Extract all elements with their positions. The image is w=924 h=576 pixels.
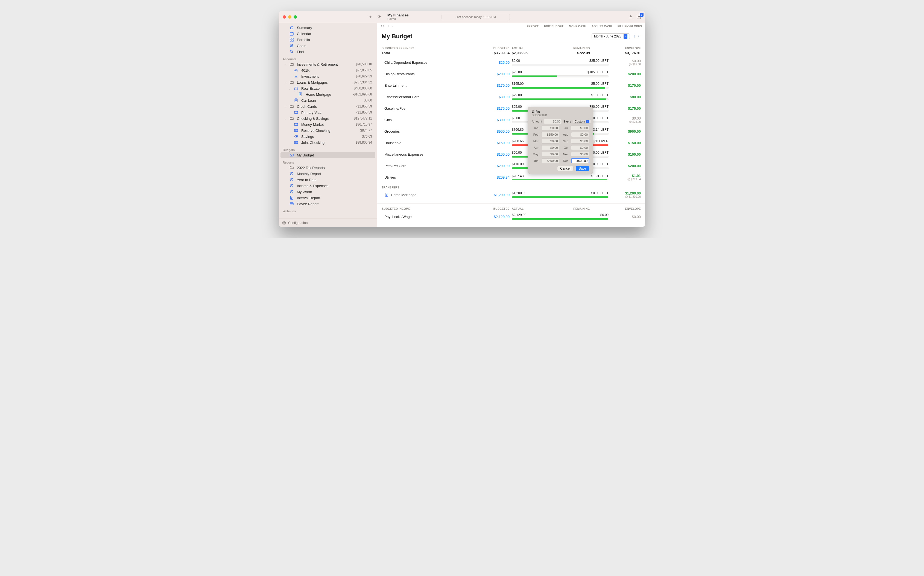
- sidebar-nav-portfolio[interactable]: Portfolio: [281, 37, 375, 43]
- category-name[interactable]: Gasoline/Fuel: [381, 106, 475, 110]
- chevron-icon[interactable]: ⌄: [284, 105, 287, 108]
- month-input-jul[interactable]: [571, 126, 589, 130]
- frequency-selector[interactable]: Custom ⌄: [573, 119, 591, 124]
- sidebar-item[interactable]: Year to Date: [281, 177, 375, 183]
- period-dropdown-icon[interactable]: ⇅: [624, 34, 627, 39]
- sidebar-item[interactable]: Interval Report: [281, 195, 375, 201]
- chevron-icon[interactable]: ⌄: [284, 117, 287, 120]
- month-input-aug[interactable]: [571, 132, 589, 137]
- chevron-icon[interactable]: ›: [284, 166, 287, 169]
- budgeted-amount[interactable]: $1,200.00: [477, 193, 509, 197]
- month-input-may[interactable]: [541, 152, 559, 157]
- month-input-nov[interactable]: [571, 152, 589, 157]
- category-name[interactable]: Child/Dependent Expenses: [381, 61, 475, 64]
- category-name[interactable]: Pets/Pet Care: [381, 164, 475, 168]
- month-input-sep[interactable]: [571, 139, 589, 144]
- toolbar-adjust-cash[interactable]: ADJUST CASH: [592, 25, 612, 28]
- budgeted-amount[interactable]: $2,129.00: [477, 215, 509, 219]
- category-name[interactable]: Entertainment: [381, 83, 475, 88]
- zoom-window-button[interactable]: [294, 15, 297, 19]
- sidebar-item[interactable]: Monthly Report: [281, 171, 375, 177]
- minimize-window-button[interactable]: [288, 15, 291, 19]
- cancel-button[interactable]: Cancel: [557, 166, 573, 171]
- sidebar-nav-calendar[interactable]: Calendar: [281, 30, 375, 37]
- sidebar-item[interactable]: My Budget: [281, 152, 375, 158]
- forward-button[interactable]: 〉: [391, 24, 395, 29]
- sidebar-item[interactable]: Investment$70,629.33: [281, 73, 375, 79]
- sidebar-item[interactable]: ⌄Real Estate$400,000.00: [281, 85, 375, 91]
- budgeted-amount[interactable]: $80.00: [477, 95, 509, 99]
- activity-icon[interactable]: 5: [637, 14, 642, 19]
- add-button[interactable]: ＋: [367, 14, 373, 20]
- budgeted-amount[interactable]: $150.00: [477, 141, 509, 145]
- sidebar-item[interactable]: Primary Visa-$1,855.59: [281, 109, 375, 115]
- amount-input[interactable]: [544, 119, 562, 124]
- month-input-jan[interactable]: [541, 126, 559, 130]
- content-scroller[interactable]: BUDGETED EXPENSES BUDGETED ACTUAL REMAIN…: [377, 43, 645, 227]
- sidebar-item[interactable]: Savings$76.03: [281, 133, 375, 139]
- sidebar-item[interactable]: ›2022 Tax Reports: [281, 165, 375, 171]
- budgeted-amount[interactable]: $300.00: [477, 118, 509, 122]
- last-opened-field[interactable]: Last opened: Today, 10:15 PM: [442, 14, 510, 20]
- budgeted-amount[interactable]: $100.00: [477, 152, 509, 157]
- sidebar-item[interactable]: ⌄Credit Cards-$1,855.59: [281, 103, 375, 109]
- refresh-button[interactable]: ⟳: [376, 14, 382, 20]
- account-balance: $70,629.33: [356, 74, 372, 78]
- chevron-icon[interactable]: ⌄: [284, 63, 287, 66]
- back-button[interactable]: 〈: [386, 24, 389, 29]
- period-next-button[interactable]: 〉: [637, 34, 641, 39]
- toolbar-edit-budget[interactable]: EDIT BUDGET: [544, 25, 563, 28]
- sidebar-item[interactable]: ⌄Loans & Mortgages$237,304.32: [281, 79, 375, 85]
- budgeted-amount[interactable]: $200.00: [477, 72, 509, 76]
- budgeted-amount[interactable]: $900.00: [477, 130, 509, 133]
- save-button[interactable]: Save: [576, 166, 589, 171]
- sidebar-nav-summary[interactable]: Summary: [281, 25, 375, 30]
- category-name[interactable]: Household: [381, 141, 475, 145]
- sidebar-nav-goals[interactable]: Goals: [281, 43, 375, 49]
- sidebar-nav-find[interactable]: Find: [281, 49, 375, 55]
- sidebar-item[interactable]: ⌄Checking & Savings$127,472.11: [281, 115, 375, 122]
- category-name[interactable]: Miscellaneous Expenses: [381, 152, 475, 157]
- budgeted-amount[interactable]: $25.00: [477, 61, 509, 64]
- sidebar-item[interactable]: Joint Checking$89,805.34: [281, 139, 375, 146]
- chevron-icon[interactable]: ⌄: [284, 81, 287, 84]
- sidebar-toggle-icon[interactable]: ⫶⫶: [381, 24, 385, 29]
- sidebar-item[interactable]: 401K$27,958.85: [281, 67, 375, 73]
- toolbar-export[interactable]: EXPORT: [527, 25, 539, 28]
- toolbar-move-cash[interactable]: MOVE CASH: [569, 25, 586, 28]
- sidebar-item[interactable]: Money Market$36,715.97: [281, 122, 375, 128]
- month-input-dec[interactable]: [571, 158, 589, 163]
- close-window-button[interactable]: [282, 15, 286, 19]
- sidebar-item[interactable]: My Worth: [281, 189, 375, 195]
- category-name[interactable]: Home Mortgage: [381, 192, 475, 197]
- budgeted-amount[interactable]: $175.00: [477, 106, 509, 110]
- category-name[interactable]: Groceries: [381, 130, 475, 133]
- sidebar-item[interactable]: Reserve Checking$874.77: [281, 128, 375, 133]
- month-input-oct[interactable]: [571, 145, 589, 150]
- category-name[interactable]: Paychecks/Wages: [381, 215, 475, 219]
- category-name[interactable]: Utilities: [381, 175, 475, 179]
- month-input-jun[interactable]: [541, 158, 559, 163]
- toolbar-fill-envelopes[interactable]: FILL ENVELOPES: [618, 25, 642, 28]
- budgeted-amount[interactable]: $200.00: [477, 164, 509, 168]
- sidebar-item[interactable]: Home Mortgage-$162,695.68: [281, 91, 375, 98]
- category-name[interactable]: Dining/Restaurants: [381, 72, 475, 76]
- period-prev-button[interactable]: 〈: [632, 34, 635, 39]
- category-name[interactable]: Fitness/Personal Care: [381, 95, 475, 99]
- sidebar-footer[interactable]: Configuration: [279, 219, 377, 227]
- sidebar-item[interactable]: Car Loan$0.00: [281, 98, 375, 103]
- download-icon[interactable]: [628, 14, 633, 19]
- budgeted-amount[interactable]: $170.00: [477, 83, 509, 88]
- month-input-apr[interactable]: [541, 145, 559, 150]
- month-input-mar[interactable]: [541, 139, 559, 144]
- expenses-total-row: Total $3,709.34 $2,986.95 $722.39 $3,176…: [377, 50, 645, 57]
- period-selector[interactable]: Month - June 2023 ⇅: [592, 34, 630, 39]
- category-name[interactable]: Gifts: [381, 118, 475, 122]
- progress-bar: [512, 218, 608, 220]
- sidebar-item[interactable]: ⌄Investments & Retirement$98,588.18: [281, 61, 375, 67]
- budgeted-amount[interactable]: $209.34: [477, 175, 509, 179]
- chevron-icon[interactable]: ⌄: [288, 87, 291, 90]
- sidebar-item[interactable]: Payee Report: [281, 201, 375, 207]
- sidebar-item[interactable]: Income & Expenses: [281, 183, 375, 189]
- month-input-feb[interactable]: [541, 132, 559, 137]
